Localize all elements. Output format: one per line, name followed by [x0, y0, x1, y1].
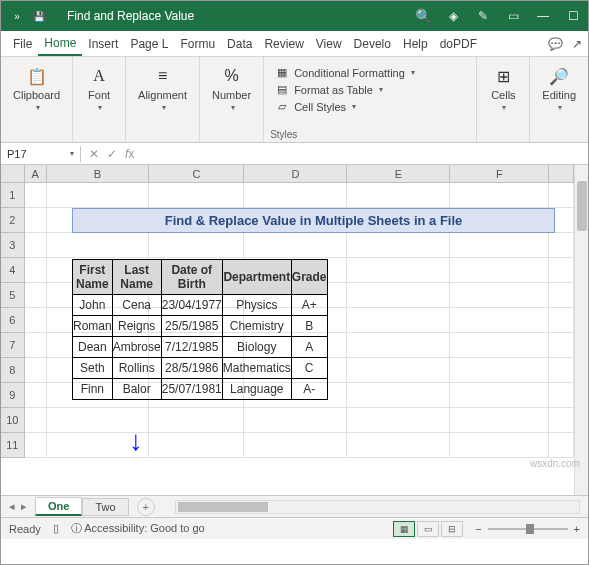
cell[interactable] [450, 433, 549, 458]
tab-page-layout[interactable]: Page L [124, 33, 174, 55]
cell[interactable] [25, 408, 47, 433]
cell[interactable] [25, 233, 47, 258]
data-table[interactable]: First NameLast NameDate of BirthDepartme… [72, 259, 328, 400]
cell[interactable] [25, 308, 47, 333]
table-cell[interactable]: A+ [291, 295, 327, 316]
page-layout-view-icon[interactable]: ▭ [417, 521, 439, 537]
cell[interactable] [450, 233, 549, 258]
name-box[interactable]: P17 ▾ [1, 146, 81, 162]
conditional-formatting-button[interactable]: ▦ Conditional Formatting ▾ [270, 65, 470, 80]
column-header[interactable]: A [25, 165, 47, 182]
table-cell[interactable]: Seth [73, 358, 113, 379]
zoom-in-icon[interactable]: + [574, 523, 580, 535]
cell[interactable] [347, 383, 450, 408]
cell[interactable] [149, 408, 244, 433]
enter-icon[interactable]: ✓ [107, 147, 117, 161]
title-merged-cell[interactable]: Find & Replace Value in Multiple Sheets … [72, 208, 555, 233]
row-header[interactable]: 10 [1, 408, 25, 433]
formula-input[interactable] [142, 152, 588, 156]
cell[interactable] [450, 183, 549, 208]
tab-dopdf[interactable]: doPDF [434, 33, 483, 55]
table-cell[interactable]: 28/5/1986 [161, 358, 222, 379]
cell[interactable] [25, 258, 47, 283]
cell[interactable] [347, 183, 450, 208]
table-cell[interactable]: 25/5/1985 [161, 316, 222, 337]
table-cell[interactable]: Physics [222, 295, 291, 316]
table-header[interactable]: Grade [291, 260, 327, 295]
table-cell[interactable]: 23/04/1977 [161, 295, 222, 316]
pen-icon[interactable]: ✎ [468, 1, 498, 31]
tab-nav-prev-icon[interactable]: ◂ [9, 500, 15, 513]
alignment-button[interactable]: ≡ Alignment ▾ [132, 61, 193, 116]
format-as-table-button[interactable]: ▤ Format as Table ▾ [270, 82, 470, 97]
table-cell[interactable]: 25/07/1981 [161, 379, 222, 400]
zoom-slider[interactable] [488, 528, 568, 530]
cell[interactable] [347, 233, 450, 258]
table-cell[interactable]: Chemistry [222, 316, 291, 337]
row-header[interactable]: 8 [1, 358, 25, 383]
cell[interactable] [450, 408, 549, 433]
table-header[interactable]: Date of Birth [161, 260, 222, 295]
cell[interactable] [25, 283, 47, 308]
cell[interactable] [450, 258, 549, 283]
tab-nav-next-icon[interactable]: ▸ [21, 500, 27, 513]
scroll-thumb[interactable] [577, 181, 587, 231]
column-header[interactable]: C [149, 165, 244, 182]
cell[interactable] [450, 283, 549, 308]
zoom-control[interactable]: − + [475, 523, 580, 535]
cell[interactable] [25, 358, 47, 383]
table-cell[interactable]: Roman [73, 316, 113, 337]
number-button[interactable]: % Number ▾ [206, 61, 257, 116]
cell[interactable] [47, 183, 150, 208]
table-header[interactable]: First Name [73, 260, 113, 295]
cell[interactable] [450, 333, 549, 358]
tab-formulas[interactable]: Formu [174, 33, 221, 55]
macro-record-icon[interactable]: ▯ [53, 522, 59, 535]
table-cell[interactable]: A [291, 337, 327, 358]
cell[interactable] [347, 358, 450, 383]
zoom-out-icon[interactable]: − [475, 523, 481, 535]
diamond-icon[interactable]: ◈ [438, 1, 468, 31]
cell[interactable] [347, 333, 450, 358]
autosave-icon[interactable]: » [9, 8, 25, 24]
table-cell[interactable]: Language [222, 379, 291, 400]
cell[interactable] [450, 383, 549, 408]
row-header[interactable]: 7 [1, 333, 25, 358]
cancel-icon[interactable]: ✕ [89, 147, 99, 161]
cells-button[interactable]: ⊞ Cells ▾ [483, 61, 523, 116]
cell[interactable] [244, 183, 347, 208]
fx-icon[interactable]: fx [125, 147, 134, 161]
tab-file[interactable]: File [7, 33, 38, 55]
row-header[interactable]: 4 [1, 258, 25, 283]
cell[interactable] [244, 233, 347, 258]
share-icon[interactable]: ↗ [566, 37, 588, 51]
cell[interactable] [149, 433, 244, 458]
table-cell[interactable]: Balor [112, 379, 161, 400]
table-header[interactable]: Department [222, 260, 291, 295]
table-cell[interactable]: Cena [112, 295, 161, 316]
cell[interactable] [25, 383, 47, 408]
tab-help[interactable]: Help [397, 33, 434, 55]
cell[interactable] [244, 408, 347, 433]
maximize-icon[interactable]: ☐ [558, 1, 588, 31]
table-cell[interactable]: Mathematics [222, 358, 291, 379]
select-all-corner[interactable] [1, 165, 25, 182]
sheet-tab-two[interactable]: Two [82, 498, 128, 516]
table-cell[interactable]: Dean [73, 337, 113, 358]
cell[interactable] [347, 408, 450, 433]
cell[interactable] [25, 433, 47, 458]
row-header[interactable]: 9 [1, 383, 25, 408]
table-cell[interactable]: C [291, 358, 327, 379]
row-header[interactable]: 11 [1, 433, 25, 458]
sheet-tab-one[interactable]: One [35, 497, 82, 516]
table-cell[interactable]: B [291, 316, 327, 337]
cell[interactable] [450, 358, 549, 383]
column-header[interactable]: B [47, 165, 150, 182]
search-icon[interactable]: 🔍 [408, 1, 438, 31]
column-header[interactable]: E [347, 165, 450, 182]
cell[interactable] [450, 308, 549, 333]
cell[interactable] [347, 258, 450, 283]
tab-view[interactable]: View [310, 33, 348, 55]
tab-review[interactable]: Review [258, 33, 309, 55]
page-break-view-icon[interactable]: ⊟ [441, 521, 463, 537]
